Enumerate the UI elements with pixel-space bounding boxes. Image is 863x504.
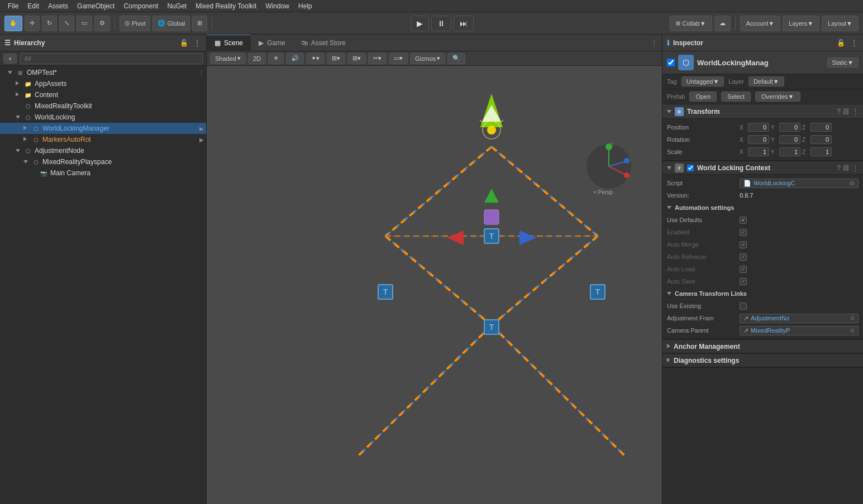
scale-y-input[interactable] (779, 147, 800, 156)
automation-header[interactable]: Automation settings (662, 201, 863, 214)
object-active-checkbox[interactable] (667, 59, 675, 66)
static-button[interactable]: Static▼ (827, 57, 859, 68)
camera-transform-header[interactable]: Camera Transform Links (662, 287, 863, 300)
scene-btn-1[interactable]: ⊞▾ (347, 53, 366, 64)
auto-save-checkbox[interactable] (740, 278, 747, 285)
use-defaults-checkbox[interactable] (740, 217, 747, 224)
prefab-select-btn[interactable]: Select (721, 92, 751, 102)
tree-item-adjustmentnode[interactable]: ⬡ AdjustmentNode (0, 145, 206, 156)
transform-header[interactable]: ⊕ Transform ? ⛓ ⋮ (662, 104, 863, 119)
tree-item-mrt[interactable]: ⬡ MixedRealityToolkit (0, 100, 206, 112)
menu-edit[interactable]: Edit (23, 1, 44, 11)
tree-item-appassets[interactable]: 📁 AppAssets (0, 78, 206, 89)
scene-btn-2[interactable]: ✂▾ (368, 53, 387, 64)
inspector-more-btn[interactable]: ⋮ (850, 38, 859, 48)
scene-btn-0[interactable]: ⊞▾ (327, 53, 345, 64)
menu-window[interactable]: Window (261, 1, 294, 11)
collab-button[interactable]: Collab▼ (670, 16, 712, 31)
scale-z-input[interactable] (810, 147, 832, 156)
menu-mixed-reality[interactable]: Mixed Reality Toolkit (191, 1, 261, 11)
tool-scale[interactable]: ⤡ (59, 16, 74, 31)
auto-refreeze-checkbox[interactable] (740, 253, 747, 261)
scale-x-input[interactable] (748, 147, 769, 156)
rot-y-input[interactable] (779, 135, 800, 144)
gizmos-btn[interactable]: Gizmos ▾ (410, 53, 445, 64)
inspector-lock-btn[interactable]: 🔓 (836, 38, 846, 48)
step-button[interactable]: ⏭ (454, 16, 474, 31)
menu-gameobject[interactable]: GameObject (73, 1, 119, 11)
menu-component[interactable]: Component (119, 1, 163, 11)
audio-btn[interactable]: 🔊 (286, 53, 304, 64)
tab-more-btn[interactable]: ⋮ (646, 39, 662, 47)
menu-assets[interactable]: Assets (44, 1, 73, 11)
transform-help-btn[interactable]: ? (837, 108, 841, 116)
enabled-checkbox[interactable] (740, 229, 747, 236)
tree-item-mrplayspace[interactable]: ⬡ MixedRealityPlayspace (0, 156, 206, 167)
layout-button[interactable]: Layout▼ (822, 16, 859, 31)
hierarchy-add-btn[interactable]: + (3, 54, 17, 64)
pivot-btn[interactable]: ◎ Pivot (120, 16, 150, 31)
layer-dropdown[interactable]: Default▼ (748, 76, 784, 87)
tree-item-maincamera[interactable]: 📷 Main Camera (0, 167, 206, 179)
wl-more-btn[interactable]: ⋮ (852, 164, 859, 172)
global-btn[interactable]: 🌐 Global (152, 16, 190, 31)
menu-help[interactable]: Help (294, 1, 317, 11)
tool-move[interactable]: ✛ (25, 16, 40, 31)
pause-button[interactable]: ⏸ (431, 16, 451, 31)
wl-help-btn[interactable]: ? (837, 164, 841, 172)
tool-multi[interactable]: ⚙ (94, 16, 110, 31)
anchor-management-header[interactable]: Anchor Management (662, 340, 863, 353)
prefab-overrides-btn[interactable]: Overrides▼ (755, 92, 800, 102)
adjustment-frame-target[interactable]: ⊙ (850, 315, 855, 321)
transform-link-btn[interactable]: ⛓ (843, 108, 850, 116)
layers-button[interactable]: Layers▼ (783, 16, 819, 31)
cloud-button[interactable]: ☁ (714, 16, 731, 31)
hierarchy-search[interactable] (20, 53, 203, 64)
tab-game[interactable]: ▶ Game (251, 35, 293, 51)
tree-extra-omptest[interactable]: ⋮ (198, 70, 204, 76)
tool-rect[interactable]: ▭ (77, 16, 92, 31)
2d-btn[interactable]: 2D (248, 53, 266, 64)
tree-item-markersautorot[interactable]: ⬡ MarkersAutoRot ▶ (0, 134, 206, 145)
pos-y-input[interactable] (779, 123, 800, 132)
transform-more-btn[interactable]: ⋮ (852, 108, 859, 116)
tag-dropdown[interactable]: Untagged▼ (681, 76, 724, 87)
world-locking-header[interactable]: # World Locking Context ? ⛓ ⋮ (662, 161, 863, 175)
diagnostics-header[interactable]: Diagnostics settings (662, 354, 863, 367)
menu-file[interactable]: File (3, 1, 23, 11)
tree-item-worldlockingmanager[interactable]: ⬡ WorldLockingManager ▶ (0, 123, 206, 134)
hierarchy-lock-btn[interactable]: 🔓 (179, 38, 189, 48)
tab-asset-store[interactable]: 🛍 Asset Store (293, 35, 354, 51)
scene-search-btn[interactable]: 🔍 (447, 53, 465, 64)
auto-merge-checkbox[interactable] (740, 241, 747, 248)
account-button[interactable]: Account▼ (740, 16, 781, 31)
adjustment-frame-row: Adjustment Fram ↗ AdjustmentNo ⊙ (662, 312, 863, 324)
fx-btn[interactable]: ✦▾ (306, 53, 325, 64)
shading-btn[interactable]: Shaded ▾ (210, 53, 246, 64)
wl-enabled-checkbox[interactable] (687, 165, 694, 171)
snap-btn[interactable]: ⊞ (192, 16, 207, 31)
auto-load-checkbox[interactable] (740, 266, 747, 273)
pos-x-input[interactable] (748, 123, 769, 132)
tree-extra-mar[interactable]: ▶ (199, 137, 204, 143)
rot-z-input[interactable] (810, 135, 832, 144)
tab-scene[interactable]: ▦ Scene (207, 35, 251, 51)
play-button[interactable]: ▶ (411, 16, 429, 31)
tool-rotate[interactable]: ↻ (42, 16, 57, 31)
camera-parent-target[interactable]: ⊙ (850, 328, 855, 333)
hierarchy-more-btn[interactable]: ⋮ (193, 38, 202, 48)
use-existing-checkbox[interactable] (740, 303, 747, 310)
tree-extra-wlm[interactable]: ▶ (199, 126, 204, 132)
tree-item-content[interactable]: 📁 Content (0, 89, 206, 100)
prefab-open-btn[interactable]: Open (689, 92, 717, 102)
menu-nuget[interactable]: NuGet (163, 1, 191, 11)
scene-btn-3[interactable]: ▭▾ (389, 53, 408, 64)
tree-item-worldlocking[interactable]: ⬡ WorldLocking (0, 112, 206, 123)
pos-z-input[interactable] (810, 123, 832, 132)
rot-x-input[interactable] (748, 135, 769, 144)
lighting-btn[interactable]: ☀ (268, 53, 284, 64)
tool-hand[interactable]: ✋ (4, 16, 22, 31)
scene-canvas[interactable]: T T T T (207, 66, 662, 504)
tree-item-omptest[interactable]: ⊞ OMPTest* ⋮ (0, 67, 206, 78)
wl-link-btn[interactable]: ⛓ (843, 164, 850, 172)
